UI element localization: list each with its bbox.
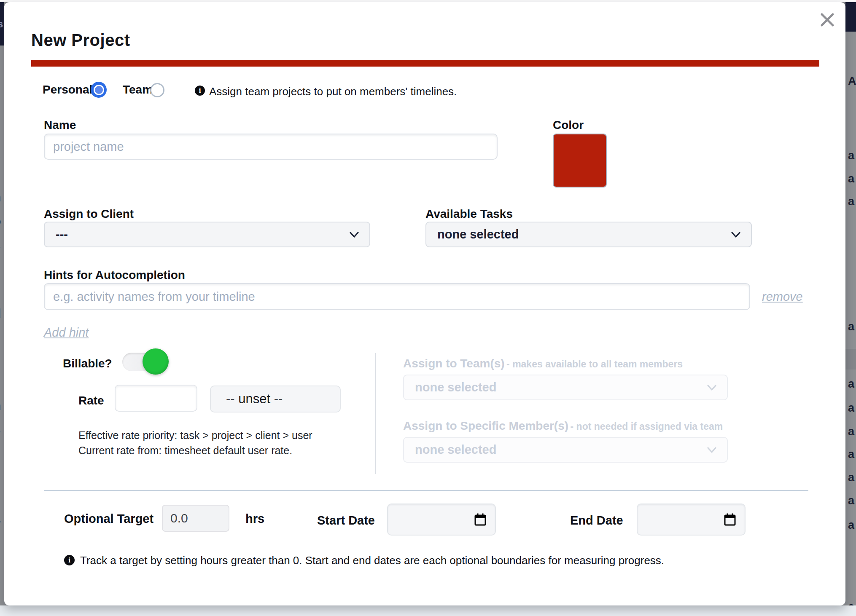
- background-text-fragment: a: [848, 448, 854, 461]
- footer-note: Track a target by setting hours greater …: [80, 554, 664, 567]
- radio-team[interactable]: [150, 83, 164, 97]
- background-text-fragment: a: [848, 519, 854, 532]
- name-label: Name: [44, 118, 76, 132]
- background-text-fragment: e: [0, 150, 0, 164]
- section-divider-horizontal: [44, 490, 808, 491]
- background-text-fragment: c: [0, 363, 0, 377]
- billable-toggle[interactable]: [122, 348, 170, 375]
- start-date-label: Start Date: [317, 514, 375, 528]
- background-text-fragment: v: [0, 242, 0, 257]
- background-row-fragment: [845, 349, 856, 370]
- new-project-modal: New Project Personal Team i Assign team …: [4, 2, 845, 605]
- background-right-strip: Aaaaaaaaaaaaa: [845, 2, 856, 605]
- background-text-fragment: e: [0, 575, 0, 589]
- chevron-down-icon: [349, 231, 359, 238]
- color-label: Color: [553, 118, 584, 132]
- chevron-down-icon: [707, 447, 717, 453]
- accent-divider: [31, 60, 819, 67]
- start-date-input[interactable]: [387, 504, 496, 536]
- target-hours-input[interactable]: [162, 505, 229, 532]
- calendar-icon: [724, 513, 736, 526]
- background-text-fragment: a: [848, 600, 854, 605]
- members-sublabel: - not needed if assigned via team: [571, 421, 723, 432]
- background-text-fragment: a: [848, 378, 854, 391]
- info-icon: i: [64, 555, 75, 565]
- screen: { "modal": { "title": "New Project", "ty…: [0, 0, 856, 616]
- background-text-fragment: a: [848, 320, 854, 333]
- end-date-label: End Date: [570, 514, 623, 528]
- background-text-fragment: a: [848, 494, 854, 507]
- client-label: Assign to Client: [44, 207, 134, 221]
- background-text-fragment: A: [848, 75, 856, 88]
- radio-label-team[interactable]: Team: [123, 83, 153, 96]
- background-text-fragment: o: [0, 214, 1, 228]
- rate-input[interactable]: [115, 385, 197, 412]
- radio-personal-dot: [94, 85, 104, 95]
- background-left-strip: senovcdcnyaee: [0, 2, 4, 605]
- background-text-fragment: d: [0, 306, 1, 321]
- color-swatch[interactable]: [553, 134, 607, 187]
- hints-label: Hints for Autocompletion: [44, 268, 185, 282]
- background-text-fragment: a: [848, 149, 854, 162]
- rate-label: Rate: [78, 394, 104, 407]
- tasks-select-value: none selected: [437, 228, 519, 241]
- close-icon: [818, 11, 837, 29]
- background-text-fragment: y: [0, 427, 0, 441]
- project-name-input[interactable]: [44, 134, 498, 160]
- background-text-fragment: a: [848, 402, 854, 415]
- close-button[interactable]: [818, 11, 837, 29]
- background-text-fragment: a: [0, 511, 0, 525]
- tasks-select[interactable]: none selected: [425, 222, 752, 247]
- client-select[interactable]: ---: [44, 222, 370, 247]
- rate-note-line2: Current rate from: timesheet default use…: [78, 443, 312, 458]
- teams-label: Assign to Team(s): [403, 357, 505, 370]
- tasks-label: Available Tasks: [425, 207, 513, 221]
- background-text-fragment: e: [0, 551, 0, 565]
- background-text-fragment: a: [848, 172, 854, 185]
- members-select-value: none selected: [415, 443, 496, 457]
- rate-unit-value: -- unset --: [226, 391, 283, 407]
- background-text-fragment: n: [0, 190, 1, 204]
- background-text-fragment: a: [848, 425, 854, 438]
- target-unit-label: hrs: [245, 512, 264, 526]
- chevron-down-icon: [707, 384, 717, 391]
- teams-select: none selected: [403, 375, 728, 400]
- client-select-value: ---: [56, 228, 68, 241]
- background-text-fragment: a: [848, 471, 854, 484]
- page-title: New Project: [31, 31, 130, 50]
- add-hint-link[interactable]: Add hint: [44, 326, 89, 340]
- background-text-fragment: a: [848, 195, 854, 208]
- toggle-knob: [143, 348, 169, 375]
- remove-hint-link[interactable]: remove: [762, 290, 803, 304]
- target-label: Optional Target: [64, 512, 153, 526]
- info-icon: i: [195, 86, 205, 96]
- teams-select-value: none selected: [415, 380, 496, 394]
- radio-label-personal[interactable]: Personal: [43, 83, 92, 96]
- teams-sublabel: - makes available to all team members: [506, 359, 683, 370]
- members-select: none selected: [403, 437, 728, 463]
- type-info-text: Assign team projects to put on members' …: [209, 85, 457, 98]
- chevron-down-icon: [731, 231, 741, 238]
- end-date-input[interactable]: [637, 504, 746, 536]
- billable-label: Billable?: [63, 357, 112, 370]
- background-text-fragment: c: [0, 270, 0, 284]
- background-navbar-fragment: [845, 2, 856, 32]
- background-text-fragment: s: [0, 18, 3, 30]
- radio-personal[interactable]: [91, 82, 107, 98]
- members-label: Assign to Specific Member(s): [403, 419, 568, 432]
- background-text-fragment: n: [0, 399, 1, 413]
- rate-unit-select[interactable]: -- unset --: [210, 386, 341, 412]
- rate-note-line1: Effective rate priority: task > project …: [78, 428, 312, 443]
- calendar-icon: [474, 513, 487, 526]
- section-divider-vertical: [375, 353, 376, 474]
- background-bottom-band: [0, 605, 856, 616]
- hint-input[interactable]: [44, 283, 750, 310]
